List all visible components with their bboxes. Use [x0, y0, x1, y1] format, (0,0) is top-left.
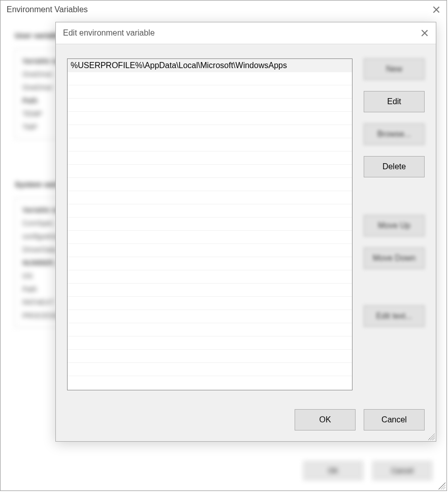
- resize-grip-icon: [438, 482, 445, 489]
- list-item[interactable]: [68, 165, 352, 178]
- list-item[interactable]: [68, 125, 352, 138]
- list-item[interactable]: [68, 218, 352, 231]
- delete-button[interactable]: Delete: [364, 156, 425, 177]
- list-item[interactable]: [68, 231, 352, 244]
- list-item[interactable]: [68, 297, 352, 310]
- fg-main: %USERPROFILE%\AppData\Local\Microsoft\Wi…: [67, 58, 425, 390]
- bg-cancel-button: Cancel: [372, 461, 432, 480]
- list-item[interactable]: [68, 151, 352, 165]
- browse-button[interactable]: Browse...: [364, 124, 425, 145]
- list-item[interactable]: [68, 138, 352, 151]
- bg-footer-buttons: OK Cancel: [303, 461, 432, 480]
- list-item[interactable]: [68, 191, 352, 204]
- dialog-title: Edit environment variable: [63, 28, 155, 38]
- bg-ok-button: OK: [303, 461, 363, 480]
- list-item[interactable]: [68, 112, 352, 125]
- ok-button[interactable]: OK: [295, 409, 356, 430]
- list-item[interactable]: [68, 363, 352, 376]
- resize-grip-icon[interactable]: [428, 433, 435, 440]
- close-icon[interactable]: [421, 29, 429, 37]
- move-down-button[interactable]: Move Down: [364, 248, 425, 269]
- bg-title: Environment Variables: [7, 5, 88, 14]
- edit-text-button[interactable]: Edit text...: [364, 305, 425, 327]
- list-item[interactable]: [68, 85, 352, 99]
- cancel-button[interactable]: Cancel: [364, 409, 425, 430]
- list-item[interactable]: [68, 310, 352, 323]
- bg-titlebar: Environment Variables: [1, 1, 446, 19]
- list-item[interactable]: [68, 270, 352, 284]
- side-buttons: New Edit Browse... Delete Move Up Move D…: [364, 58, 425, 390]
- close-icon[interactable]: [432, 6, 440, 14]
- list-item[interactable]: [68, 336, 352, 350]
- list-item[interactable]: [68, 72, 352, 85]
- list-item[interactable]: [68, 244, 352, 257]
- new-button[interactable]: New: [364, 58, 425, 80]
- fg-footer: OK Cancel: [67, 405, 425, 435]
- list-item[interactable]: [68, 284, 352, 297]
- move-up-button[interactable]: Move Up: [364, 215, 425, 236]
- list-item[interactable]: %USERPROFILE%\AppData\Local\Microsoft\Wi…: [68, 59, 352, 72]
- edit-button[interactable]: Edit: [364, 91, 425, 112]
- path-list[interactable]: %USERPROFILE%\AppData\Local\Microsoft\Wi…: [67, 58, 353, 390]
- edit-env-var-dialog: Edit environment variable %USERPROFILE%\…: [55, 22, 436, 442]
- list-item[interactable]: [68, 178, 352, 191]
- list-item[interactable]: [68, 350, 352, 363]
- list-item[interactable]: [68, 257, 352, 270]
- list-item[interactable]: [68, 99, 352, 112]
- fg-body: %USERPROFILE%\AppData\Local\Microsoft\Wi…: [56, 44, 436, 441]
- fg-titlebar: Edit environment variable: [56, 22, 436, 44]
- list-item[interactable]: [68, 323, 352, 336]
- list-item[interactable]: [68, 204, 352, 218]
